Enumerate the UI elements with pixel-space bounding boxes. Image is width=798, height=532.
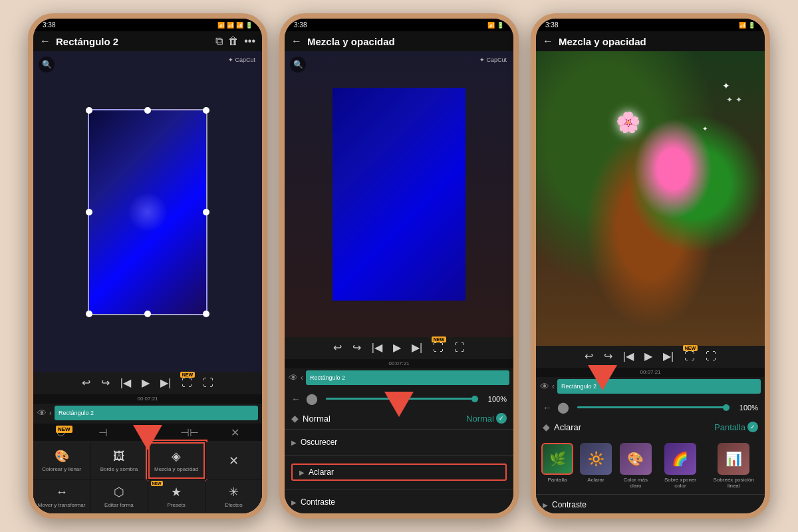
phone-1: 3:38 📶 📶 📶 🔋 ← Rectángulo 2 ⧉ 🗑 ••• 🔍 ✦ … — [28, 13, 267, 519]
new-badge-tools: NEW — [56, 426, 72, 433]
blend-item-aclarar[interactable]: 🔆 Aclarar — [579, 443, 613, 489]
garden-image: 🌸 ✦ ✦ — [536, 51, 765, 346]
redo-btn-2[interactable]: ↪ — [352, 341, 361, 354]
back-icon-1[interactable]: ← — [40, 35, 51, 47]
crop-btn-3[interactable]: ⛶ — [706, 350, 716, 362]
contraste-label-2: Contraste — [301, 497, 335, 507]
contraste-header-2[interactable]: ▶ Contraste — [285, 493, 513, 511]
undo-btn-3[interactable]: ↩ — [585, 350, 593, 362]
red-arrow-3 — [588, 365, 617, 390]
tool-presets[interactable]: NEW ★ Presets — [148, 479, 205, 513]
more-icon-1[interactable]: ••• — [244, 35, 255, 47]
red-arrow-2 — [384, 392, 414, 417]
handle-mb[interactable] — [144, 311, 151, 317]
blend-item-color-claro[interactable]: 🎨 Color más claro — [617, 443, 654, 489]
delete-icon-1[interactable]: 🗑 — [228, 35, 239, 47]
blend-item-sobrexponer[interactable]: 🌈 Sobre xponer color — [658, 443, 703, 489]
zoom-icon-2[interactable]: 🔍 — [290, 57, 306, 72]
handle-tl[interactable] — [86, 107, 92, 114]
back-icon-3[interactable]: ← — [543, 35, 553, 47]
redo-btn-1[interactable]: ↪ — [101, 376, 110, 389]
mezcla-label: Mezcla y opacidad — [154, 466, 198, 472]
blend-item-sobrex-lineal[interactable]: 📊 Sobreex posición lineal — [706, 443, 761, 489]
blend-mode-row-3: ◆ Aclarar Pantalla ✓ — [536, 422, 765, 436]
x-icon[interactable]: ✕ — [231, 426, 239, 439]
status-time-2: 3:38 — [294, 21, 307, 29]
play-btn-3[interactable]: ▶ — [644, 350, 652, 362]
track-clip-2[interactable]: Rectángulo 2 — [306, 370, 509, 385]
crop-btn-1[interactable]: ⛶ — [203, 377, 213, 389]
blend-current-2[interactable]: Normal — [303, 414, 462, 424]
tool-strip-item-1: NEW ⏱ — [56, 427, 66, 439]
section-aclarar: ▶ Aclarar — [285, 457, 513, 487]
split-icon-3[interactable]: ⊣⊢ — [180, 426, 199, 439]
colorear-label: Colorear y llenar — [42, 466, 81, 472]
visibility-icon-1[interactable]: 👁 — [37, 408, 47, 418]
visibility-icon-2[interactable]: 👁 — [289, 372, 298, 383]
back-blend-icon[interactable]: ← — [291, 394, 301, 404]
diamond-icon-2: ◆ — [291, 413, 299, 424]
skip-fwd-btn-2[interactable]: ▶| — [412, 341, 422, 354]
play-btn-2[interactable]: ▶ — [393, 341, 401, 354]
redo-btn-3[interactable]: ↪ — [604, 350, 612, 362]
close-icon: ✕ — [229, 454, 239, 468]
contrast-header-3[interactable]: ▶ Contraste — [536, 496, 765, 513]
divider-2c — [285, 489, 513, 489]
blend-item-pantalla[interactable]: 🌿 Pantalla — [540, 443, 575, 489]
visibility-icon-3[interactable]: 👁 — [540, 381, 549, 392]
track-arrow-left-1[interactable]: ‹ — [49, 408, 52, 418]
mover-label: Mover y transformar — [38, 502, 86, 508]
opacity-fill-3 — [577, 406, 730, 408]
tool-close[interactable]: ✕ — [205, 442, 262, 479]
zoom-icon-1[interactable]: 🔍 — [39, 57, 55, 72]
skip-back-btn-2[interactable]: |◀ — [372, 341, 382, 354]
fullscreen-btn-3[interactable]: ⛶ — [684, 350, 695, 362]
status-bar-1: 3:38 📶 📶 📶 🔋 — [33, 19, 262, 31]
timeline-2: 00:07:21 👁 ‹ Rectángulo 2 — [285, 358, 513, 388]
handle-tr[interactable] — [203, 107, 209, 114]
oscurecer-header[interactable]: ▶ Oscurecer — [285, 434, 513, 451]
borde-label: Borde y sombra — [100, 466, 138, 472]
color-claro-thumb: 🎨 — [620, 443, 652, 475]
split-icon-1[interactable]: ⊣ — [98, 426, 108, 439]
handle-mr[interactable] — [203, 209, 209, 215]
oscurecer-label: Oscurecer — [301, 438, 337, 447]
contraste-arrow-2: ▶ — [291, 499, 297, 506]
skip-back-btn-3[interactable]: |◀ — [623, 350, 634, 362]
copy-icon-1[interactable]: ⧉ — [215, 35, 223, 47]
tool-efectos[interactable]: ✳ Efectos — [205, 479, 262, 513]
top-bar-2: ← Mezcla y opacidad — [285, 31, 513, 51]
track-arrow-left-2[interactable]: ‹ — [301, 373, 303, 382]
aclarar-header[interactable]: ▶ Aclarar — [285, 460, 513, 485]
transport-bar-3: ↩ ↪ |◀ ▶ ▶| ⛶ NEW ⛶ — [536, 346, 765, 366]
preview-area-1: 🔍 ✦ CapCut — [33, 51, 262, 372]
handle-ml[interactable] — [86, 209, 92, 215]
editar-icon: ⬡ — [114, 485, 124, 499]
handle-mt[interactable] — [144, 107, 151, 114]
back-icon-2[interactable]: ← — [291, 35, 302, 47]
crop-btn-2[interactable]: ⛶ — [454, 342, 465, 354]
play-btn-1[interactable]: ▶ — [142, 376, 150, 389]
fullscreen-btn-2[interactable]: ⛶ — [433, 342, 444, 354]
tool-editar[interactable]: ⬡ Editar forma — [90, 479, 147, 513]
opacity-slider-3[interactable] — [577, 406, 730, 408]
section-oscurecer: ▶ Oscurecer — [285, 431, 513, 454]
skip-fwd-btn-3[interactable]: ▶| — [663, 350, 674, 362]
handle-br[interactable] — [203, 311, 209, 317]
undo-btn-1[interactable]: ↩ — [82, 376, 90, 389]
new-badge-3: NEW — [683, 345, 698, 351]
undo-btn-2[interactable]: ↩ — [333, 341, 342, 354]
blend-current-3[interactable]: Aclarar — [554, 422, 710, 432]
tool-colorear[interactable]: 🎨 Colorear y llenar — [33, 442, 90, 479]
skip-back-btn-1[interactable]: |◀ — [120, 376, 131, 389]
mezcla-icon: ◈ — [172, 449, 181, 464]
fullscreen-btn-1[interactable]: ⛶ — [182, 377, 192, 389]
aclarar-highlight-box: ▶ Aclarar — [291, 464, 507, 481]
track-clip-1[interactable]: Rectángulo 2 — [55, 406, 258, 420]
presets-new-badge: NEW — [151, 481, 163, 486]
tool-mover[interactable]: ↔ Mover y transformar — [33, 479, 90, 513]
handle-bl[interactable] — [86, 311, 92, 317]
back-blend-icon-3[interactable]: ← — [543, 402, 552, 413]
skip-fwd-btn-1[interactable]: ▶| — [160, 376, 171, 389]
track-arrow-left-3[interactable]: ‹ — [552, 382, 555, 391]
